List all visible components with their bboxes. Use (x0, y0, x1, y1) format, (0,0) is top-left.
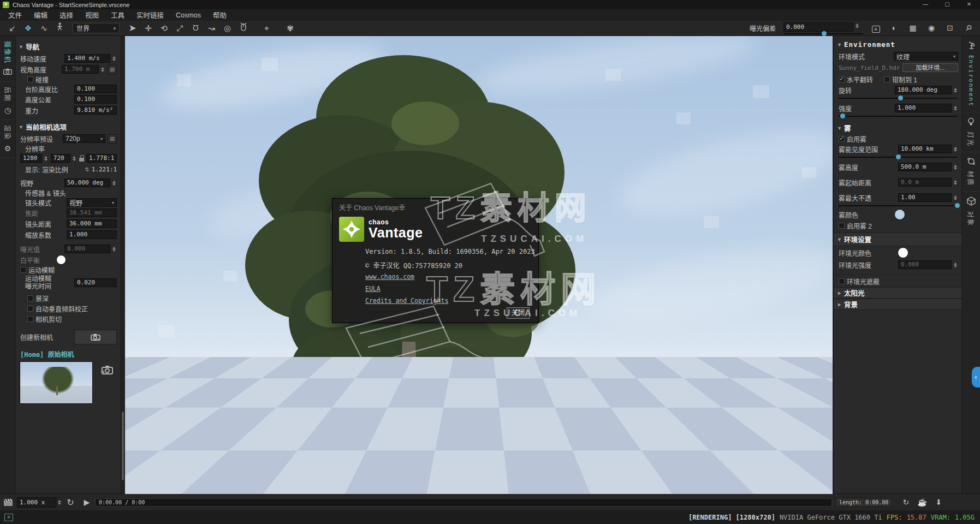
menu-file[interactable]: 文件 (2, 10, 28, 20)
exposure-spinner[interactable] (856, 23, 860, 28)
fog-header[interactable]: ▾ 雾 (834, 122, 962, 134)
magnet-tool-icon[interactable]: Ω (188, 21, 204, 35)
exposure-bias-input[interactable]: 0.000 (783, 22, 853, 32)
speed-spinner[interactable] (58, 500, 62, 505)
ambient-intensity-spinner[interactable] (954, 263, 958, 267)
fog-height-input[interactable]: 500.0 m (898, 163, 952, 171)
clapperboard-icon[interactable] (4, 499, 13, 506)
minimize-button[interactable]: — (914, 0, 936, 9)
fog2-enable-checkbox[interactable] (839, 223, 845, 229)
clamp-checkbox[interactable] (884, 76, 890, 82)
focal-input[interactable]: 38.541 mm (67, 209, 117, 217)
ev-spinner[interactable] (112, 247, 117, 252)
move-tool-icon[interactable]: ✛ (140, 21, 156, 35)
fov-spinner[interactable] (112, 181, 117, 186)
flip-horizontal-checkbox[interactable] (839, 76, 845, 82)
menu-help[interactable]: 帮助 (207, 10, 233, 20)
menu-view[interactable]: 视图 (79, 10, 105, 20)
tab-objects[interactable]: 对象 (962, 192, 980, 231)
camera-options-header[interactable]: ▾ 当前相机选项 (15, 121, 121, 133)
dof-checkbox[interactable] (27, 295, 33, 301)
fog-opacity-spinner[interactable] (954, 195, 958, 200)
motion-blur-checkbox[interactable] (20, 267, 26, 273)
zoom-factor-input[interactable]: 1.000 (67, 230, 117, 239)
loop-icon[interactable]: ↻ (62, 497, 79, 508)
background-header[interactable]: ▸ 背景 (834, 299, 962, 310)
resolution-options-button[interactable]: ▤ (108, 134, 117, 144)
create-camera-button[interactable] (74, 330, 117, 344)
playback-speed-input[interactable]: 1.000 x (17, 497, 56, 508)
env-mode-select[interactable]: 纹理 ▾ (894, 52, 958, 61)
fog-opacity-input[interactable]: 1.00 (898, 193, 952, 202)
ambient-color-swatch[interactable] (898, 247, 908, 258)
camera-thumbnail[interactable] (20, 361, 93, 404)
intensity-slider[interactable] (839, 114, 957, 118)
aspect-lock-icon[interactable] (79, 158, 84, 162)
rotation-input[interactable]: 180.000 deg (895, 86, 952, 94)
auto-tilt-checkbox[interactable] (27, 306, 33, 312)
timeline-ruler[interactable]: 0:00.00 / 0:00 (95, 498, 832, 507)
fog-range-input[interactable]: 10.000 km (898, 145, 952, 153)
gravity-input[interactable]: 9.810 m/s² (74, 106, 117, 115)
swap-icon[interactable]: ⇅ (85, 166, 89, 172)
exposure-bias-slider[interactable] (783, 32, 863, 35)
tab-camera[interactable]: 摄像机 (0, 36, 15, 82)
fog-range-slider[interactable] (839, 154, 957, 159)
collision-checkbox[interactable] (27, 76, 33, 82)
white-balance-swatch[interactable] (56, 255, 66, 265)
res-width-spinner[interactable] (44, 156, 49, 161)
camera-view-icon[interactable] (100, 365, 114, 376)
dialog-close-button[interactable]: 关闭 (507, 307, 530, 319)
fog-height-spinner[interactable] (954, 165, 958, 170)
collapse-panel-button[interactable]: ‹ (972, 367, 980, 388)
select-tool-icon[interactable]: ➤ (124, 21, 140, 35)
maximize-button[interactable]: ▢ (936, 0, 958, 9)
render-viewport[interactable]: 关于 Chaos Vantage幸 chaos Vantage Version:… (125, 36, 833, 494)
fog-enable-checkbox[interactable] (839, 136, 845, 142)
step-height-input[interactable]: 0.100 (74, 85, 117, 93)
fog-color-swatch[interactable] (894, 209, 905, 220)
focus-frame-icon[interactable]: ⊡ (941, 21, 959, 35)
resolution-height-input[interactable]: 720 (51, 154, 70, 163)
height-tolerance-input[interactable]: 0.100 (74, 95, 117, 104)
scale-tool-icon[interactable]: ⤢ (172, 21, 188, 35)
move-speed-spinner[interactable] (112, 56, 117, 61)
tab-render[interactable]: 渲染 ⚙ (0, 120, 15, 158)
view-height-options-button[interactable]: ▤ (108, 65, 117, 74)
left-panel-scrollbar[interactable] (121, 36, 124, 494)
intensity-spinner[interactable] (954, 106, 958, 111)
menu-cosmos[interactable]: Cosmos (170, 11, 207, 19)
lens-effects-icon[interactable]: ◐ (885, 21, 904, 35)
tab-materials[interactable]: 材质 (962, 152, 980, 192)
fog-start-spinner[interactable] (954, 180, 958, 185)
camera-360-icon[interactable]: ◉ (922, 21, 941, 35)
reset-view-icon[interactable]: ↙ (4, 21, 20, 35)
camera-clip-checkbox[interactable] (27, 316, 33, 322)
turntable-icon[interactable]: ↻ (898, 498, 914, 507)
motion-blur-time-input[interactable]: 0.020 (74, 278, 117, 287)
tab-environment[interactable]: Environment (962, 36, 980, 112)
lens-distance-input[interactable]: 36.000 mm (67, 219, 117, 228)
play-button[interactable]: ▶ (79, 498, 95, 507)
export-render-icon[interactable]: ⬇ (930, 498, 947, 507)
walk-mode-icon[interactable] (52, 21, 68, 35)
resolution-width-input[interactable]: 1280 (20, 154, 42, 163)
path-mode-icon[interactable]: ∿ (36, 21, 52, 35)
teapot-render-icon[interactable]: ☕ (914, 498, 930, 507)
menu-select[interactable]: 选择 (54, 10, 79, 20)
rotation-slider[interactable] (839, 96, 957, 100)
orbit-tool-icon[interactable]: ✾ (282, 21, 298, 35)
snapshot-icon[interactable]: ▦ (904, 21, 922, 35)
lasso-select-icon[interactable]: ◎ (219, 21, 235, 35)
fog-opacity-slider[interactable] (839, 203, 957, 208)
menu-livelink[interactable]: 实时链接 (130, 10, 170, 20)
focus-tool-icon[interactable]: ⌖ (259, 21, 275, 35)
res-height-spinner[interactable] (73, 156, 77, 161)
resolution-preset-select[interactable]: 720p ▾ (63, 134, 105, 143)
mouse-settings-icon[interactable] (235, 21, 251, 35)
chaos-website-link[interactable]: www.chaos.com (365, 273, 414, 281)
camera-list-item[interactable]: [Home] 原始相机 (15, 348, 121, 359)
fly-mode-icon[interactable]: ❖ (20, 21, 36, 35)
environment-header[interactable]: ▾ Environment (834, 38, 962, 51)
fog-start-input[interactable]: 0.0 m (898, 178, 952, 187)
